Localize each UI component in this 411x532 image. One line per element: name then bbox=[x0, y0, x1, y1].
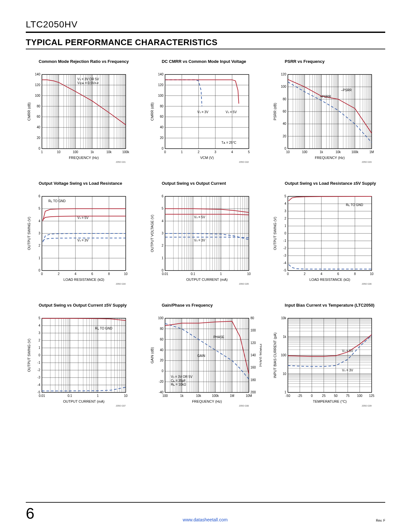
svg-text:1k: 1k bbox=[283, 335, 287, 339]
svg-text:10k: 10k bbox=[336, 150, 341, 154]
svg-text:2: 2 bbox=[58, 272, 60, 276]
svg-text:Rʟ TO GND: Rʟ TO GND bbox=[48, 199, 66, 203]
svg-text:10: 10 bbox=[57, 150, 61, 154]
chart-3: PSRR vs Frequency101001k10k100k1M0204060… bbox=[272, 59, 385, 174]
svg-text:120: 120 bbox=[250, 341, 256, 345]
svg-text:2: 2 bbox=[161, 244, 163, 247]
chart-title: Output Swing vs Load Resistance ±5V Supp… bbox=[285, 181, 385, 191]
svg-text:2050 G09: 2050 G09 bbox=[362, 405, 372, 407]
svg-text:V₅ = 3V: V₅ = 3V bbox=[197, 110, 209, 114]
chart-title: Gain/Phase vs Frequency bbox=[162, 303, 262, 313]
svg-text:2050 G06: 2050 G06 bbox=[362, 283, 372, 285]
svg-text:6: 6 bbox=[91, 272, 93, 276]
svg-text:6: 6 bbox=[38, 194, 40, 198]
svg-text:OUTPUT CURRENT (mA): OUTPUT CURRENT (mA) bbox=[63, 399, 105, 403]
svg-text:INPUT BIAS CURRENT (pA): INPUT BIAS CURRENT (pA) bbox=[273, 332, 277, 378]
svg-text:140: 140 bbox=[158, 73, 163, 76]
svg-text:25: 25 bbox=[322, 394, 326, 398]
svg-text:Rʟ = 10kΩ: Rʟ = 10kΩ bbox=[171, 383, 186, 386]
svg-text:1: 1 bbox=[97, 394, 99, 398]
svg-text:Vᴄᴍ = 0.5Vᴘ-ᴘ: Vᴄᴍ = 0.5Vᴘ-ᴘ bbox=[77, 81, 99, 85]
page-number: 6 bbox=[26, 505, 34, 522]
svg-text:FREQUENCY (Hz): FREQUENCY (Hz) bbox=[192, 399, 222, 403]
svg-text:0: 0 bbox=[38, 147, 40, 150]
svg-text:OUTPUT VOLTAGE (V): OUTPUT VOLTAGE (V) bbox=[150, 215, 154, 252]
svg-text:5: 5 bbox=[161, 207, 163, 210]
svg-text:Cʟ = 35pF: Cʟ = 35pF bbox=[171, 379, 186, 382]
svg-text:40: 40 bbox=[160, 125, 164, 129]
svg-text:10: 10 bbox=[124, 272, 128, 276]
chart-7: Output Swing vs Output Current ±5V Suppl… bbox=[26, 303, 139, 418]
svg-text:V₅ = 3V: V₅ = 3V bbox=[77, 239, 89, 242]
svg-text:10: 10 bbox=[283, 372, 287, 376]
svg-text:3: 3 bbox=[161, 232, 163, 235]
svg-text:5: 5 bbox=[285, 194, 287, 198]
svg-text:180: 180 bbox=[250, 378, 256, 382]
svg-text:Rʟ TO GND: Rʟ TO GND bbox=[346, 203, 363, 207]
svg-text:20: 20 bbox=[160, 136, 164, 140]
svg-text:1: 1 bbox=[181, 150, 183, 154]
svg-text:40: 40 bbox=[37, 125, 41, 129]
svg-text:0: 0 bbox=[161, 269, 163, 272]
svg-text:80: 80 bbox=[283, 97, 287, 101]
svg-text:10: 10 bbox=[247, 272, 251, 276]
svg-text:10k: 10k bbox=[196, 394, 201, 398]
svg-text:GAIN: GAIN bbox=[197, 354, 205, 358]
svg-text:2050 G04: 2050 G04 bbox=[116, 283, 126, 285]
svg-text:-1: -1 bbox=[283, 239, 286, 242]
svg-text:60: 60 bbox=[160, 338, 164, 341]
svg-text:1: 1 bbox=[161, 256, 163, 260]
svg-text:100: 100 bbox=[281, 353, 287, 357]
svg-text:1k: 1k bbox=[91, 150, 94, 154]
svg-text:0: 0 bbox=[285, 147, 287, 150]
svg-text:0.01: 0.01 bbox=[162, 272, 168, 276]
svg-text:80: 80 bbox=[37, 104, 41, 108]
svg-text:–PSRR: –PSRR bbox=[341, 88, 352, 92]
svg-text:100k: 100k bbox=[212, 394, 219, 398]
svg-text:VCM (V): VCM (V) bbox=[200, 156, 214, 160]
svg-text:50: 50 bbox=[334, 394, 338, 398]
svg-text:-4: -4 bbox=[283, 261, 286, 265]
svg-text:140: 140 bbox=[35, 73, 40, 76]
svg-text:100: 100 bbox=[281, 85, 287, 88]
svg-text:1: 1 bbox=[38, 256, 40, 260]
chart-title: PSRR vs Frequency bbox=[285, 59, 385, 69]
svg-text:100: 100 bbox=[35, 94, 40, 97]
svg-text:60: 60 bbox=[160, 115, 164, 118]
svg-text:2050 G01: 2050 G01 bbox=[116, 161, 126, 163]
svg-text:0: 0 bbox=[287, 272, 289, 276]
svg-text:-20: -20 bbox=[159, 380, 163, 383]
svg-text:+PSRR: +PSRR bbox=[320, 95, 331, 98]
svg-text:1: 1 bbox=[285, 390, 287, 394]
svg-text:-3: -3 bbox=[283, 254, 286, 257]
svg-text:2050 G03: 2050 G03 bbox=[362, 161, 372, 163]
svg-text:GAIN (dB): GAIN (dB) bbox=[150, 347, 154, 364]
svg-rect-0 bbox=[42, 74, 126, 149]
svg-text:2050 G05: 2050 G05 bbox=[239, 283, 249, 285]
footer: 6 www.datasheetall.com Rev. F bbox=[26, 502, 385, 522]
chart-8: Gain/Phase vs Frequency1001k10k100k1M10M… bbox=[149, 303, 262, 418]
svg-text:100: 100 bbox=[162, 394, 168, 398]
svg-text:100: 100 bbox=[250, 329, 256, 332]
svg-text:3: 3 bbox=[38, 331, 40, 335]
svg-text:V₅ = 3V OR 5V: V₅ = 3V OR 5V bbox=[171, 375, 192, 379]
svg-text:4: 4 bbox=[38, 219, 40, 223]
chart-2: DC CMRR vs Common Mode Input Voltage0123… bbox=[149, 59, 262, 174]
svg-text:PSRR (dB): PSRR (dB) bbox=[273, 103, 277, 120]
svg-text:0.01: 0.01 bbox=[39, 394, 45, 398]
svg-text:160: 160 bbox=[250, 366, 256, 369]
svg-text:PHASE (DEG): PHASE (DEG) bbox=[259, 344, 262, 367]
svg-text:2: 2 bbox=[38, 339, 40, 342]
svg-text:TEMPERATURE (°C): TEMPERATURE (°C) bbox=[313, 399, 347, 403]
svg-text:0: 0 bbox=[311, 394, 313, 398]
svg-text:FREQUENCY (Hz): FREQUENCY (Hz) bbox=[69, 156, 99, 160]
svg-text:200: 200 bbox=[250, 390, 256, 394]
svg-text:OUTPUT SWING (V): OUTPUT SWING (V) bbox=[27, 217, 31, 250]
svg-text:CMRR (dB): CMRR (dB) bbox=[27, 103, 31, 121]
svg-text:120: 120 bbox=[158, 83, 163, 87]
svg-text:120: 120 bbox=[35, 83, 40, 87]
svg-text:4: 4 bbox=[231, 150, 233, 154]
chart-title: Output Voltage Swing vs Load Resistance bbox=[39, 181, 139, 191]
svg-text:20: 20 bbox=[160, 359, 164, 362]
svg-text:0: 0 bbox=[161, 147, 163, 150]
